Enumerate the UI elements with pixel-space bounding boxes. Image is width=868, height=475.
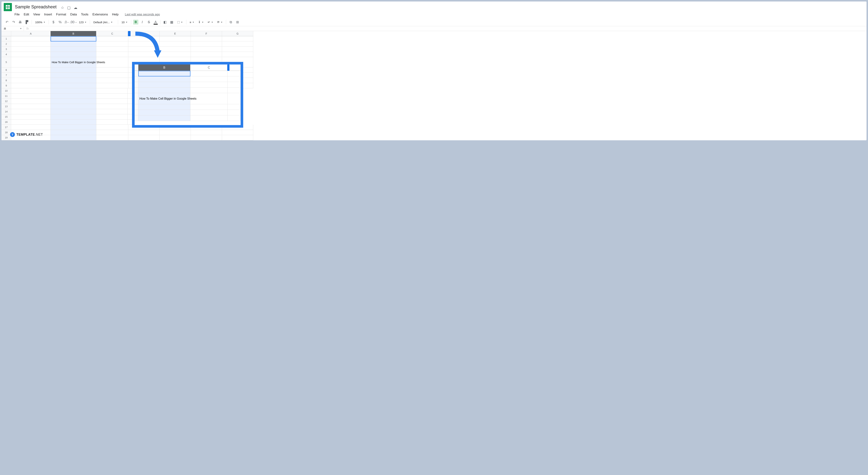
spreadsheet-grid: A B C D E F G 1 2 3 4 5 6 7 8 9 10 11 12 <box>1 31 867 140</box>
row-header-12[interactable]: 12 <box>1 99 11 104</box>
row-header-13[interactable]: 13 <box>1 104 11 109</box>
menu-insert[interactable]: Insert <box>42 12 54 17</box>
menu-view[interactable]: View <box>31 12 42 17</box>
menubar: File Edit View Insert Format Data Tools … <box>1 11 867 18</box>
app-window: Sample Spreadsheet ☆ ▢ ☁ File Edit View … <box>1 1 867 140</box>
column-resize-handle[interactable] <box>128 31 130 36</box>
formula-bar: :B▼ fx <box>1 26 867 31</box>
menu-tools[interactable]: Tools <box>79 12 90 17</box>
row-header-8[interactable]: 8 <box>1 78 11 83</box>
move-icon[interactable]: ▢ <box>67 5 71 10</box>
inset-col-header-b[interactable]: B <box>138 65 190 71</box>
row-header-11[interactable]: 11 <box>1 94 11 99</box>
menu-edit[interactable]: Edit <box>22 12 31 17</box>
vertical-align-dropdown[interactable]: ↧▼ <box>197 21 205 24</box>
currency-button[interactable]: $ <box>51 19 56 25</box>
row-header-15[interactable]: 15 <box>1 114 11 120</box>
row-header-16[interactable]: 16 <box>1 120 11 125</box>
inset-resize-handle[interactable] <box>227 65 229 71</box>
borders-button[interactable]: ▦ <box>169 19 175 25</box>
inset-col-header-c[interactable]: C <box>190 65 227 71</box>
fill-color-button[interactable]: ◧ <box>162 19 168 25</box>
redo-button[interactable]: ↷ <box>11 19 17 25</box>
horizontal-align-dropdown[interactable]: ≡▼ <box>188 21 196 24</box>
col-header-f[interactable]: F <box>191 31 222 36</box>
print-button[interactable]: 🖶 <box>18 19 23 25</box>
select-all-corner[interactable] <box>1 31 11 36</box>
cell-b1 <box>51 36 96 41</box>
cell-b5: How To Make Cell Bigger in Google Sheets <box>51 57 96 67</box>
document-title[interactable]: Sample Spreadsheet <box>14 4 58 10</box>
row-header-17[interactable]: 17 <box>1 125 11 130</box>
row-header-6[interactable]: 6 <box>1 67 11 73</box>
name-box[interactable]: :B▼ <box>1 26 24 31</box>
last-edit-link[interactable]: Last edit was seconds ago <box>123 12 162 17</box>
row-header-14[interactable]: 14 <box>1 109 11 114</box>
row-header-4[interactable]: 4 <box>1 52 11 57</box>
menu-extensions[interactable]: Extensions <box>91 12 110 17</box>
row-headers: 1 2 3 4 5 6 7 8 9 10 11 12 13 14 15 16 1… <box>1 36 11 140</box>
menu-help[interactable]: Help <box>110 12 120 17</box>
inset-preview: B C How To Make Cell Bigger in Google Sh… <box>132 62 243 128</box>
row-header-3[interactable]: 3 <box>1 47 11 52</box>
paint-format-button[interactable]: ▛ <box>24 19 30 25</box>
row-header-10[interactable]: 10 <box>1 88 11 94</box>
row-header-19[interactable]: 19 <box>1 135 11 140</box>
titlebar: Sample Spreadsheet ☆ ▢ ☁ <box>1 1 867 11</box>
zoom-dropdown[interactable]: 100%▼ <box>34 21 47 24</box>
row-header-7[interactable]: 7 <box>1 73 11 78</box>
italic-button[interactable]: I <box>140 19 145 25</box>
row-header-18[interactable]: 18 <box>1 130 11 135</box>
watermark-text: TEMPLATE.NET <box>17 133 43 137</box>
menu-format[interactable]: Format <box>54 12 68 17</box>
menu-file[interactable]: File <box>13 12 21 17</box>
toolbar: ↶ ↷ 🖶 ▛ 100%▼ $ % .0← .00→ 123▼ Default … <box>1 18 867 26</box>
col-header-b[interactable]: B <box>51 31 96 36</box>
font-dropdown[interactable]: Default (Ari...▼ <box>92 21 116 24</box>
decrease-decimal-button[interactable]: .0← <box>64 19 69 25</box>
col-header-a[interactable]: A <box>11 31 51 36</box>
inset-cell-b5: How To Make Cell Bigger in Google Sheets <box>138 93 190 104</box>
row-header-2[interactable]: 2 <box>1 41 11 47</box>
watermark: T TEMPLATE.NET <box>10 132 43 137</box>
merge-cells-dropdown[interactable]: ⬚▼ <box>176 21 184 24</box>
insert-link-button[interactable]: ⧉ <box>228 19 234 25</box>
column-headers: A B C D E F G <box>1 31 867 36</box>
col-header-c[interactable]: C <box>96 31 128 36</box>
text-color-button[interactable]: A <box>153 19 158 25</box>
watermark-badge-icon: T <box>10 132 15 137</box>
strikethrough-button[interactable]: S <box>146 19 152 25</box>
bold-button[interactable]: B <box>133 20 138 25</box>
title-area: Sample Spreadsheet ☆ ▢ ☁ <box>14 4 864 10</box>
cloud-status-icon[interactable]: ☁ <box>74 5 78 10</box>
undo-button[interactable]: ↶ <box>4 19 10 25</box>
inset-cell-b1 <box>138 71 190 76</box>
row-header-5[interactable]: 5 <box>1 57 11 67</box>
row-header-1[interactable]: 1 <box>1 36 11 41</box>
percent-button[interactable]: % <box>57 19 63 25</box>
increase-decimal-button[interactable]: .00→ <box>71 19 76 25</box>
font-size-dropdown[interactable]: 10▼ <box>120 21 129 24</box>
text-rotation-dropdown[interactable]: ⟳▼ <box>216 21 224 24</box>
menu-data[interactable]: Data <box>68 12 79 17</box>
fx-icon: fx <box>24 27 31 30</box>
star-icon[interactable]: ☆ <box>61 5 64 10</box>
col-header-g[interactable]: G <box>222 31 253 36</box>
insert-comment-button[interactable]: ⊞ <box>235 19 240 25</box>
arrow-icon <box>132 31 165 63</box>
row-header-9[interactable]: 9 <box>1 83 11 88</box>
text-wrap-dropdown[interactable]: ↵▼ <box>206 21 215 24</box>
number-format-dropdown[interactable]: 123▼ <box>78 21 88 24</box>
sheets-logo-icon[interactable] <box>4 3 12 11</box>
